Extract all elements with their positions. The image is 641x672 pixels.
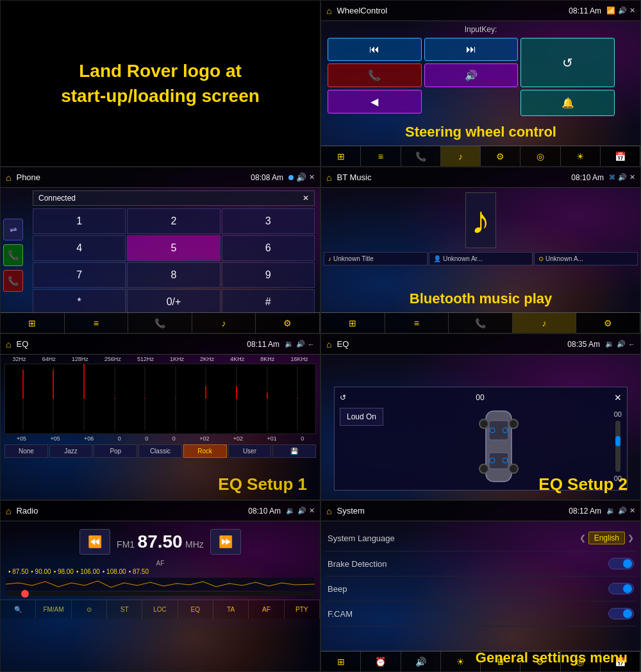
eq2-slider-track[interactable]	[615, 421, 620, 472]
tab-phone[interactable]: 📞	[401, 146, 441, 166]
dial-hash[interactable]: #	[222, 289, 315, 315]
system-tab-clock[interactable]: ⏰	[361, 651, 401, 671]
eq-bar-1[interactable]	[16, 367, 30, 431]
system-close-icon[interactable]: ✕	[629, 507, 635, 515]
btmusic-tab-apps[interactable]: ⊞	[321, 313, 385, 333]
arrow-left-icon[interactable]: ❮	[579, 533, 586, 542]
system-volume-icon[interactable]: 🔊	[618, 507, 627, 515]
dial-3[interactable]: 3	[222, 208, 315, 234]
btn-prev[interactable]: ⏮	[328, 38, 422, 61]
preset-rock[interactable]: Rock	[183, 444, 227, 458]
phone-tab-list[interactable]: ≡	[65, 313, 129, 333]
dial-6[interactable]: 6	[222, 235, 315, 261]
phone-tab-settings[interactable]: ⚙	[256, 313, 320, 333]
volume-icon[interactable]: 🔊	[618, 6, 627, 15]
dial-5[interactable]: 5	[127, 235, 220, 261]
eq1-home-icon[interactable]: ⌂	[6, 339, 11, 349]
btn-vol-up[interactable]: 🔊	[424, 63, 519, 87]
system-tab-home[interactable]: ⊞	[321, 651, 361, 671]
tab-extra[interactable]: ◎	[520, 146, 560, 166]
btn-swap[interactable]: ⇌	[3, 219, 23, 240]
radio-prev-btn[interactable]: ⏪	[79, 529, 110, 555]
preset-user[interactable]: User	[228, 444, 272, 458]
arrow-right-icon[interactable]: ❯	[628, 533, 634, 542]
tab-calendar[interactable]: 📅	[601, 146, 640, 166]
eq2-refresh-icon[interactable]: ↺	[340, 393, 346, 402]
dial-1[interactable]: 1	[33, 208, 126, 234]
radio-slider-thumb[interactable]	[21, 590, 29, 598]
eq-bar-7[interactable]	[199, 367, 213, 431]
radio-slider[interactable]	[6, 592, 315, 596]
phone-volume-icon[interactable]: 🔊	[296, 172, 306, 182]
eq-bar-4[interactable]	[108, 367, 122, 431]
phone-tab-call[interactable]: 📞	[128, 313, 192, 333]
eq2-loud-on[interactable]: Loud On	[340, 408, 383, 426]
eq-bar-5[interactable]	[138, 367, 152, 431]
btn-vol-down[interactable]: ◀	[328, 90, 422, 113]
eq-bar-3[interactable]	[77, 367, 91, 431]
btn-lock[interactable]: 🔔	[520, 90, 615, 116]
dial-2[interactable]: 2	[127, 208, 220, 234]
tab-light[interactable]: ☀	[561, 146, 601, 166]
btmusic-tab-call[interactable]: 📞	[449, 313, 513, 333]
music-tab-title[interactable]: ♪ Unknown Title	[324, 252, 428, 265]
btmusic-tab-list[interactable]: ≡	[385, 313, 449, 333]
close-icon[interactable]: ✕	[629, 6, 635, 15]
eq2-volume-icon[interactable]: 🔊	[617, 340, 626, 348]
system-home-icon[interactable]: ⌂	[326, 506, 331, 516]
radio-close-icon[interactable]: ✕	[309, 507, 315, 515]
radio-home-icon[interactable]: ⌂	[6, 506, 11, 516]
home-icon[interactable]: ⌂	[326, 6, 331, 16]
eq-bar-6[interactable]	[169, 367, 183, 431]
btn-call-green[interactable]: 📞	[3, 244, 23, 266]
tab-settings[interactable]: ⚙	[481, 146, 520, 166]
eq-bar-9[interactable]	[260, 367, 274, 431]
eq-bar-8[interactable]	[229, 367, 244, 431]
dial-7[interactable]: 7	[33, 262, 126, 288]
setting-fcam-toggle[interactable]	[608, 608, 634, 619]
tab-apps[interactable]: ⊞	[321, 146, 361, 166]
dial-9[interactable]: 9	[222, 262, 315, 288]
setting-brake-toggle[interactable]	[608, 558, 634, 569]
btn-next[interactable]: ⏭	[424, 38, 519, 61]
connected-close[interactable]: ✕	[303, 194, 309, 203]
preset-jazz[interactable]: Jazz	[49, 444, 93, 458]
eq2-slider-fill	[615, 436, 620, 446]
btmusic-close-icon[interactable]: ✕	[629, 173, 635, 181]
preset-save[interactable]: 💾	[272, 444, 316, 458]
radio-next-btn[interactable]: ⏩	[210, 529, 241, 555]
eq2-back-icon[interactable]: ←	[628, 340, 635, 348]
btmusic-home-icon[interactable]: ⌂	[326, 172, 331, 183]
radio-volume-icon[interactable]: 🔊	[297, 507, 306, 515]
preset-classic[interactable]: Classic	[138, 444, 182, 458]
preset-none[interactable]: None	[4, 444, 48, 458]
btn-hangup[interactable]: 📞	[3, 270, 23, 292]
dial-0[interactable]: 0/+	[127, 289, 220, 315]
dial-star[interactable]: *	[33, 289, 126, 315]
music-tab-artist[interactable]: 👤 Unknown Ar...	[429, 252, 533, 265]
music-tab-album[interactable]: ⊙ Unknown A...	[534, 252, 638, 265]
setting-beep-toggle[interactable]	[608, 583, 634, 594]
preset-pop[interactable]: Pop	[94, 444, 137, 458]
phone-tab-music[interactable]: ♪	[192, 313, 256, 333]
phone-close-icon[interactable]: ✕	[309, 173, 315, 181]
eq2-close-btn[interactable]: ✕	[614, 392, 622, 403]
tab-list[interactable]: ≡	[361, 146, 401, 166]
eq1-volume-icon[interactable]: 🔊	[296, 340, 305, 348]
phone-tab-apps[interactable]: ⊞	[1, 313, 65, 333]
eq2-home-icon[interactable]: ⌂	[326, 339, 331, 349]
tab-music[interactable]: ♪	[441, 146, 481, 166]
dial-4[interactable]: 4	[33, 235, 126, 261]
btn-call-red[interactable]: 📞	[328, 63, 422, 87]
btn-refresh[interactable]: ↺	[520, 38, 615, 87]
btmusic-volume-icon[interactable]: 🔊	[618, 173, 627, 181]
system-tab-sun[interactable]: ☀	[441, 651, 481, 671]
phone-home-icon[interactable]: ⌂	[6, 172, 11, 183]
eq-bar-10[interactable]	[290, 367, 304, 431]
eq-bar-2[interactable]	[46, 367, 60, 431]
btmusic-tab-settings[interactable]: ⚙	[576, 313, 640, 333]
dial-8[interactable]: 8	[127, 262, 220, 288]
eq1-back-icon[interactable]: ←	[308, 340, 315, 348]
btmusic-tab-music[interactable]: ♪	[513, 313, 577, 333]
system-tab-vol[interactable]: 🔊	[401, 651, 441, 671]
